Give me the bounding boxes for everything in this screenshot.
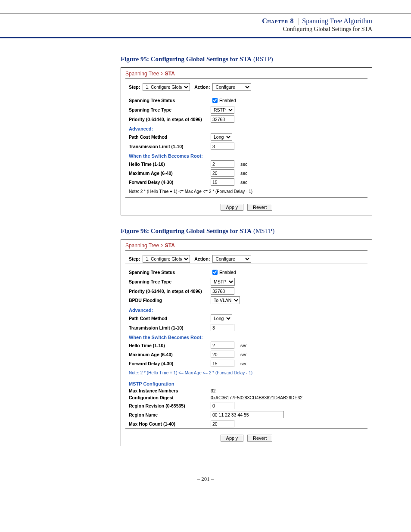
- max-label: Maximum Age (6-40): [129, 171, 211, 176]
- action-select[interactable]: Configure: [212, 83, 251, 91]
- header-bar: |: [298, 17, 299, 25]
- priority-label: Priority (0-61440, in steps of 4096): [129, 289, 211, 294]
- header-subtitle: Configuring Global Settings for STA: [0, 26, 372, 33]
- step-label: Step:: [129, 256, 140, 261]
- mstp-config-header: MSTP Configuration: [121, 379, 372, 387]
- revert-button[interactable]: Revert: [247, 435, 272, 442]
- max-unit: sec: [240, 171, 247, 176]
- revert-button[interactable]: Revert: [247, 204, 272, 211]
- breadcrumb: Spanning Tree > STA: [121, 68, 372, 78]
- fwd-unit: sec: [240, 180, 247, 185]
- header-title: Spanning Tree Algorithm: [302, 17, 372, 25]
- maxhop-label: Max Hop Count (1-40): [129, 421, 211, 426]
- pcm-select[interactable]: Long: [211, 314, 232, 322]
- figure-96-panel: Spanning Tree > STA Step: 1. Configure G…: [121, 239, 372, 446]
- step-select[interactable]: 1. Configure Global: [143, 255, 190, 263]
- page-header: Chapter 8 | Spanning Tree Algorithm Conf…: [0, 13, 411, 38]
- type-select[interactable]: RSTP: [211, 106, 234, 114]
- digest-value: 0xAC36177F50283CD4B83821D8AB26DE62: [211, 395, 302, 400]
- hello-input[interactable]: [211, 160, 234, 168]
- status-label: Spanning Tree Status: [129, 98, 211, 103]
- fwd-label: Forward Delay (4-30): [129, 361, 211, 366]
- figure-95-panel: Spanning Tree > STA Step: 1. Configure G…: [121, 67, 372, 215]
- digest-label: Configuration Digest: [129, 395, 211, 400]
- tx-input[interactable]: [211, 324, 234, 331]
- region-rev-input[interactable]: [211, 402, 234, 409]
- maxhop-input[interactable]: [211, 420, 234, 427]
- priority-label: Priority (0-61440, in steps of 4096): [129, 117, 211, 122]
- action-label: Action:: [194, 84, 210, 90]
- action-select[interactable]: Configure: [212, 255, 251, 263]
- max-input[interactable]: [211, 351, 234, 358]
- hello-label: Hello Time (1-10): [129, 162, 211, 167]
- chapter-label: Chapter 8: [262, 17, 294, 25]
- region-rev-label: Region Revision (0-65535): [129, 403, 211, 408]
- root-header: When the Switch Becomes Root:: [121, 332, 372, 341]
- note-text: Note: 2 * (Hello Time + 1) <= Max Age <=…: [121, 187, 372, 197]
- step-label: Step:: [129, 84, 140, 90]
- root-header: When the Switch Becomes Root:: [121, 151, 372, 159]
- hello-unit: sec: [240, 343, 247, 348]
- advanced-header: Advanced:: [121, 305, 372, 314]
- figure-95-caption: Figure 95: Configuring Global Settings f…: [121, 56, 372, 63]
- max-input[interactable]: [211, 169, 234, 177]
- divider: [125, 264, 367, 264]
- type-select[interactable]: MSTP: [211, 278, 235, 286]
- hello-input[interactable]: [211, 342, 234, 349]
- fwd-input[interactable]: [211, 360, 234, 367]
- fwd-label: Forward Delay (4-30): [129, 180, 211, 185]
- tx-label: Transmission Limit (1-10): [129, 144, 211, 149]
- status-label: Spanning Tree Status: [129, 270, 211, 275]
- max-instance-value: 32: [211, 388, 216, 393]
- apply-button[interactable]: Apply: [221, 204, 244, 211]
- advanced-header: Advanced:: [121, 124, 372, 132]
- max-instance-label: Max Instance Numbers: [129, 388, 211, 393]
- status-checkbox[interactable]: [212, 270, 218, 275]
- note-text: Note: 2 * (Hello Time + 1) <= Max Age <=…: [121, 368, 372, 379]
- type-label: Spanning Tree Type: [129, 279, 211, 284]
- max-unit: sec: [240, 352, 247, 357]
- region-name-label: Region Name: [129, 412, 211, 417]
- divider: [125, 197, 367, 198]
- breadcrumb: Spanning Tree > STA: [121, 240, 372, 250]
- fwd-unit: sec: [240, 361, 247, 366]
- action-label: Action:: [194, 256, 210, 261]
- step-select[interactable]: 1. Configure Global: [143, 83, 190, 91]
- status-checkbox-label: Enabled: [219, 98, 236, 103]
- divider: [125, 250, 367, 251]
- apply-button[interactable]: Apply: [221, 435, 244, 442]
- hello-unit: sec: [240, 162, 247, 167]
- status-checkbox[interactable]: [212, 98, 218, 103]
- page-number: – 201 –: [0, 458, 411, 500]
- divider: [125, 428, 367, 429]
- divider: [125, 78, 367, 79]
- pcm-label: Path Cost Method: [129, 316, 211, 321]
- hello-label: Hello Time (1-10): [129, 343, 211, 348]
- bpdu-select[interactable]: To VLAN: [211, 296, 240, 304]
- fwd-input[interactable]: [211, 178, 234, 186]
- max-label: Maximum Age (6-40): [129, 352, 211, 357]
- tx-label: Transmission Limit (1-10): [129, 325, 211, 330]
- pcm-select[interactable]: Long: [211, 133, 232, 141]
- figure-96-caption: Figure 96: Configuring Global Settings f…: [121, 227, 372, 235]
- tx-input[interactable]: [211, 143, 234, 150]
- priority-input[interactable]: [211, 115, 234, 123]
- divider: [125, 92, 367, 92]
- type-label: Spanning Tree Type: [129, 107, 211, 112]
- pcm-label: Path Cost Method: [129, 134, 211, 140]
- bpdu-label: BPDU Flooding: [129, 298, 211, 303]
- region-name-input[interactable]: [211, 411, 284, 418]
- status-checkbox-label: Enabled: [219, 270, 236, 275]
- priority-input[interactable]: [211, 287, 234, 295]
